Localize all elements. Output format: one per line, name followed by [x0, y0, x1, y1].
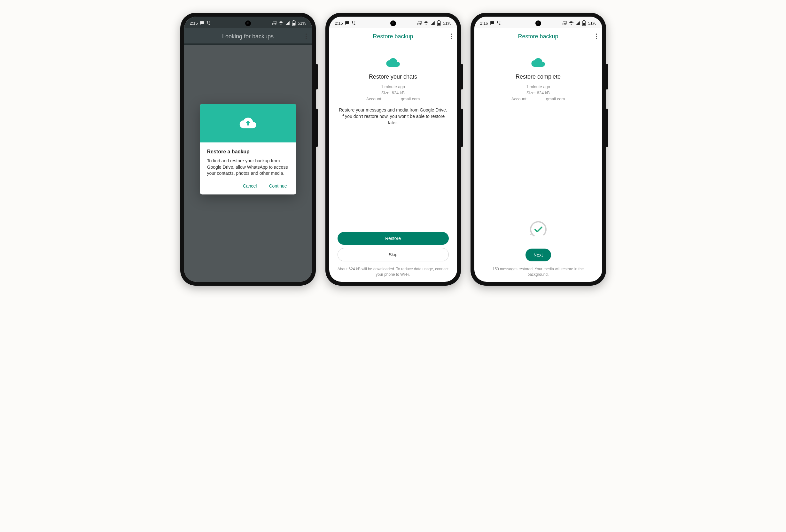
overflow-menu-icon[interactable] [451, 33, 452, 39]
cloud-upload-icon [239, 117, 257, 130]
screen-restore-chats: 2:15 Vo)LTE 51% Restore backup Restore y… [329, 17, 457, 282]
overflow-menu-icon[interactable] [306, 33, 307, 39]
cancel-button[interactable]: Cancel [241, 183, 259, 189]
app-bar-title: Looking for backups [222, 33, 274, 40]
clock-text: 2:16 [480, 21, 488, 26]
content-heading: Restore your chats [369, 73, 417, 80]
cloud-icon [531, 57, 546, 68]
wifi-icon [569, 21, 574, 25]
clock-text: 2:15 [190, 21, 198, 26]
content-area: Restore complete 1 minute ago Size: 624 … [475, 45, 602, 220]
chat-bubble-icon [490, 21, 494, 25]
dialog-header [200, 104, 296, 143]
front-camera [390, 21, 396, 26]
content-area: Restore your chats 1 minute ago Size: 62… [329, 45, 457, 232]
signal-icon [431, 21, 435, 25]
backup-size: Size: 624 kB [511, 90, 565, 96]
content-description: Restore your messages and media from Goo… [338, 107, 449, 126]
content-heading: Restore complete [515, 73, 561, 80]
chat-bubble-icon [200, 21, 204, 25]
backup-age: 1 minute ago [511, 84, 565, 90]
svg-rect-4 [439, 21, 440, 21]
svg-point-9 [529, 220, 548, 239]
wifi-icon [423, 21, 429, 25]
app-bar: Restore backup [329, 28, 457, 45]
progress-complete-icon [529, 220, 548, 239]
backup-account: Account: gmail.com [511, 96, 565, 102]
front-camera [245, 21, 251, 26]
backup-age: 1 minute ago [366, 84, 420, 90]
battery-icon [582, 20, 586, 26]
phone-frame-1: 2:15 Vo)LTE 51% Looking for backups [180, 13, 316, 286]
svg-rect-1 [294, 21, 294, 21]
restore-button[interactable]: Restore [338, 232, 449, 245]
volte-indicator: Vo)LTE [562, 21, 567, 26]
battery-icon [292, 20, 296, 26]
call-forward-icon [496, 21, 501, 25]
svg-rect-5 [438, 23, 440, 25]
restore-backup-dialog: Restore a backup To find and restore you… [200, 104, 296, 195]
svg-rect-2 [293, 23, 295, 25]
footer-note: About 624 kB will be downloaded. To redu… [338, 266, 449, 277]
clock-text: 2:15 [335, 21, 343, 26]
dialog-title: Restore a backup [207, 149, 289, 155]
volte-indicator: Vo)LTE [417, 21, 422, 26]
wifi-icon [278, 21, 283, 25]
battery-percent: 51% [588, 21, 596, 26]
battery-percent: 51% [443, 21, 451, 26]
battery-percent: 51% [298, 21, 306, 26]
skip-button[interactable]: Skip [338, 248, 449, 261]
continue-button[interactable]: Continue [267, 183, 288, 189]
front-camera [535, 21, 541, 26]
bottom-actions: Restore Skip About 624 kB will be downlo… [329, 232, 457, 282]
backup-account: Account: gmail.com [366, 96, 420, 102]
screen-looking-for-backups: 2:15 Vo)LTE 51% Looking for backups [184, 17, 312, 282]
bottom-actions: Next 150 messages restored. Your media w… [475, 220, 602, 282]
cloud-icon [386, 57, 400, 68]
call-forward-icon [206, 21, 211, 25]
redacted-username [529, 97, 546, 101]
signal-icon [285, 21, 290, 25]
phone-frame-2: 2:15 Vo)LTE 51% Restore backup Restore y… [325, 13, 461, 286]
backup-size: Size: 624 kB [366, 90, 420, 96]
dialog-body-text: To find and restore your backup from Goo… [207, 158, 289, 177]
backup-meta: 1 minute ago Size: 624 kB Account: gmail… [511, 84, 565, 102]
next-button[interactable]: Next [526, 248, 551, 261]
app-bar: Looking for backups [184, 28, 312, 45]
signal-icon [576, 21, 580, 25]
app-bar: Restore backup [475, 28, 602, 45]
app-bar-title: Restore backup [518, 33, 558, 40]
battery-icon [437, 20, 441, 26]
phone-frame-3: 2:16 Vo)LTE 51% Restore backup Restore c… [470, 13, 606, 286]
screen-restore-complete: 2:16 Vo)LTE 51% Restore backup Restore c… [475, 17, 602, 282]
call-forward-icon [351, 21, 356, 25]
overflow-menu-icon[interactable] [596, 33, 597, 39]
chat-bubble-icon [345, 21, 349, 25]
redacted-username [384, 97, 401, 101]
app-bar-title: Restore backup [373, 33, 413, 40]
footer-note: 150 messages restored. Your media will r… [483, 266, 594, 277]
backup-meta: 1 minute ago Size: 624 kB Account: gmail… [366, 84, 420, 102]
svg-rect-8 [583, 23, 585, 25]
volte-indicator: Vo)LTE [272, 21, 277, 26]
svg-rect-7 [584, 21, 585, 21]
